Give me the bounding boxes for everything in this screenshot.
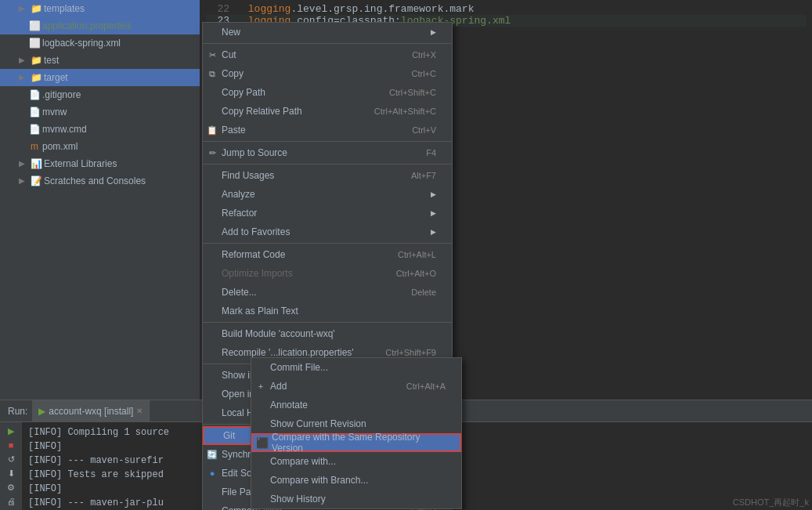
rerun-button[interactable]: ↺ xyxy=(3,454,19,465)
project-sidebar: ▶ 📁 templates ⬜ application.properties ⬜… xyxy=(0,0,200,400)
folder-icon: 📁 xyxy=(30,54,42,67)
sidebar-item-gitignore[interactable]: 📄 .gitignore xyxy=(0,86,200,103)
submenu-item-show-current-revision[interactable]: Show Current Revision xyxy=(251,414,461,433)
compare-repo-icon: ⬛ xyxy=(256,437,269,449)
sidebar-item-external-libraries[interactable]: ▶ 📊 External Libraries xyxy=(0,155,200,172)
expand-arrow-icon: ▶ xyxy=(16,54,28,67)
close-icon[interactable]: ✕ xyxy=(136,407,143,415)
menu-item-delete[interactable]: Delete... Delete xyxy=(203,283,452,302)
menu-item-cut[interactable]: ✂ Cut Ctrl+X xyxy=(203,45,452,64)
code-line-22: 22 logging.level.grsp.ing.framework.mark xyxy=(206,3,806,15)
menu-separator xyxy=(203,43,452,44)
cut-icon: ✂ xyxy=(206,50,218,60)
menu-separator xyxy=(203,322,452,323)
menu-item-copy-relative-path[interactable]: Copy Relative Path Ctrl+Alt+Shift+C xyxy=(203,102,452,121)
sidebar-item-label: test xyxy=(44,55,59,66)
sidebar-item-mvnw-cmd[interactable]: 📄 mvnw.cmd xyxy=(0,121,200,138)
settings-button[interactable]: ⚙ xyxy=(3,482,19,493)
sidebar-item-logback[interactable]: ⬜ logback-spring.xml xyxy=(0,34,200,52)
menu-item-build-module[interactable]: Build Module 'account-wxq' xyxy=(203,324,452,343)
sidebar-item-label: External Libraries xyxy=(44,158,117,169)
sidebar-item-templates[interactable]: ▶ 📁 templates xyxy=(0,0,200,17)
run-button[interactable]: ▶ xyxy=(3,425,19,436)
scopes-icon: ● xyxy=(206,468,218,478)
file-icon: 📄 xyxy=(28,89,41,101)
menu-item-paste[interactable]: 📋 Paste Ctrl+V xyxy=(203,121,452,139)
sidebar-item-target[interactable]: ▶ 📁 target xyxy=(0,69,200,86)
stop-button[interactable]: ■ xyxy=(3,439,19,450)
menu-item-reformat[interactable]: Reformat Code Ctrl+Alt+L xyxy=(203,245,452,264)
expand-arrow-icon: ▶ xyxy=(16,71,28,84)
bottom-controls: ▶ ■ ↺ ⬇ ⚙ 🖨 xyxy=(0,422,22,510)
sidebar-item-label: Scratches and Consoles xyxy=(44,175,146,186)
folder-icon: 📁 xyxy=(30,71,42,84)
sync-icon: 🔄 xyxy=(206,450,218,460)
menu-separator xyxy=(203,141,452,142)
watermark: CSDHOT_再起时_k xyxy=(733,497,809,508)
sidebar-item-application-properties[interactable]: ⬜ application.properties xyxy=(0,17,200,34)
paste-icon: 📋 xyxy=(206,125,218,136)
submenu-item-compare-with-branch[interactable]: Compare with Branch... xyxy=(251,471,461,490)
pom-icon: m xyxy=(28,140,41,153)
submenu-item-add[interactable]: + Add Ctrl+Alt+A xyxy=(251,377,461,396)
sidebar-item-pom[interactable]: m pom.xml xyxy=(0,138,200,155)
menu-item-new[interactable]: New xyxy=(203,23,452,42)
menu-item-copy[interactable]: ⧉ Copy Ctrl+C xyxy=(203,64,452,83)
submenu-item-compare-same-repo[interactable]: ⬛ Compare with the Same Repository Versi… xyxy=(251,433,461,452)
sidebar-item-label: application.properties xyxy=(42,20,132,31)
submenu-item-annotate[interactable]: Annotate xyxy=(251,396,461,414)
git-submenu: Commit File... + Add Ctrl+Alt+A Annotate… xyxy=(251,357,462,509)
file-icon: 📄 xyxy=(28,106,41,118)
xml-file-icon: ⬜ xyxy=(28,37,41,49)
run-label: Run: xyxy=(3,406,32,417)
code-content: logging xyxy=(248,3,291,15)
sidebar-item-label: target xyxy=(44,72,68,83)
sidebar-item-scratches[interactable]: ▶ 📝 Scratches and Consoles xyxy=(0,172,200,190)
line-number: 22 xyxy=(206,3,229,15)
run-tab[interactable]: ▶ account-wxq [install] ✕ xyxy=(32,400,150,422)
menu-separator xyxy=(203,164,452,165)
sidebar-item-label: logback-spring.xml xyxy=(42,38,121,49)
menu-item-refactor[interactable]: Refactor xyxy=(203,204,452,222)
sidebar-item-label: pom.xml xyxy=(42,141,78,152)
expand-arrow-icon: ▶ xyxy=(16,157,28,170)
sidebar-item-mvnw[interactable]: 📄 mvnw xyxy=(0,103,200,121)
tab-label: account-wxq [install] xyxy=(49,406,133,417)
menu-item-add-to-favorites[interactable]: Add to Favorites xyxy=(203,222,452,241)
copy-icon: ⧉ xyxy=(206,69,218,79)
expand-arrow-icon: ▶ xyxy=(16,2,28,15)
menu-separator xyxy=(203,243,452,244)
sidebar-item-test[interactable]: ▶ 📁 test xyxy=(0,52,200,69)
menu-item-optimize-imports: Optimize Imports Ctrl+Alt+O xyxy=(203,264,452,283)
jump-icon: ✏ xyxy=(206,148,218,158)
menu-item-copy-path[interactable]: Copy Path Ctrl+Shift+C xyxy=(203,83,452,102)
submenu-item-commit-file[interactable]: Commit File... xyxy=(251,358,461,377)
file-icon: ⬜ xyxy=(28,20,41,32)
sidebar-item-label: templates xyxy=(44,3,85,14)
submenu-item-show-history[interactable]: Show History xyxy=(251,490,461,508)
menu-item-mark-plain-text[interactable]: Mark as Plain Text xyxy=(203,302,452,320)
library-icon: 📊 xyxy=(30,157,42,170)
sidebar-item-label: mvnw xyxy=(42,107,67,118)
menu-item-find-usages[interactable]: Find Usages Alt+F7 xyxy=(203,166,452,185)
menu-item-analyze[interactable]: Analyze xyxy=(203,185,452,204)
sidebar-item-label: mvnw.cmd xyxy=(42,124,87,135)
scroll-down-button[interactable]: ⬇ xyxy=(3,468,19,479)
file-icon: 📄 xyxy=(28,123,41,136)
submenu-item-compare-with[interactable]: Compare with... xyxy=(251,452,461,471)
expand-arrow-icon: ▶ xyxy=(16,175,28,187)
sidebar-item-label: .gitignore xyxy=(42,89,81,100)
add-icon: + xyxy=(254,382,267,391)
menu-item-jump-to-source[interactable]: ✏ Jump to Source F4 xyxy=(203,143,452,162)
print-button[interactable]: 🖨 xyxy=(3,496,19,507)
folder-icon: 📁 xyxy=(30,2,42,15)
run-icon: ▶ xyxy=(38,406,45,417)
scratch-icon: 📝 xyxy=(30,175,42,187)
